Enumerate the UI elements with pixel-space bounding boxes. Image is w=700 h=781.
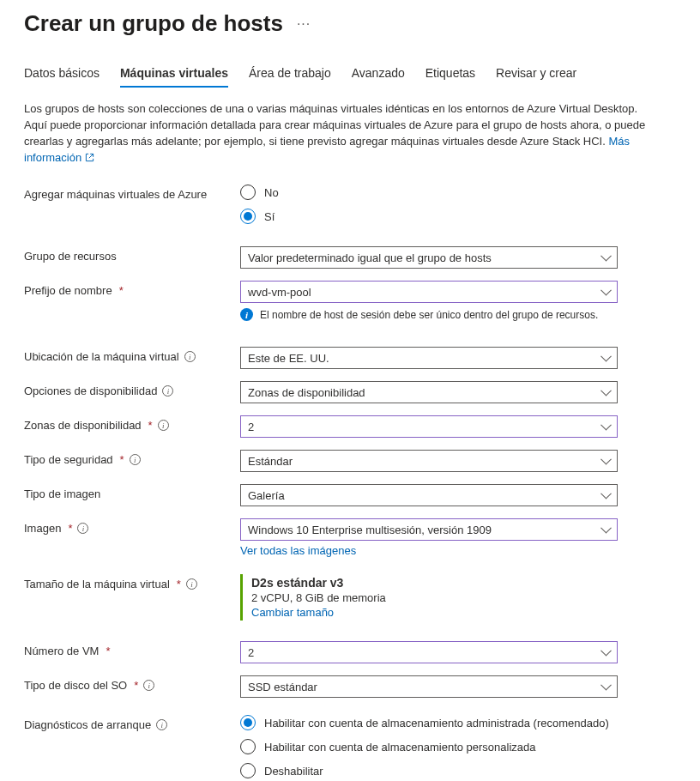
row-vm-size: Tamaño de la máquina virtual* i D2s está…: [24, 574, 676, 621]
tooltip-icon[interactable]: i: [130, 454, 141, 465]
select-vm-location[interactable]: Este de EE. UU.: [240, 347, 618, 369]
tab-workspace[interactable]: Área de trabajo: [249, 61, 331, 87]
tab-basics[interactable]: Datos básicos: [24, 61, 100, 87]
select-availability-options[interactable]: Zonas de disponibilidad: [240, 381, 618, 403]
tab-tags[interactable]: Etiquetas: [425, 61, 475, 87]
tab-advanced[interactable]: Avanzado: [352, 61, 405, 87]
row-availability-options: Opciones de disponibilidad i Zonas de di…: [24, 381, 676, 403]
radio-icon: [240, 739, 256, 754]
vm-size-summary: D2s estándar v3 2 vCPU, 8 GiB de memoria…: [240, 574, 618, 621]
row-resource-group: Grupo de recursos Valor predeterminado i…: [24, 246, 676, 269]
tab-virtual-machines[interactable]: Máquinas virtuales: [120, 61, 228, 87]
radio-boot-diag-disable[interactable]: Deshabilitar: [240, 763, 618, 778]
page-header: Crear un grupo de hosts ···: [24, 10, 676, 37]
vm-size-name: D2s estándar v3: [251, 576, 618, 590]
row-vm-location: Ubicación de la máquina virtual i Este d…: [24, 347, 676, 369]
select-image[interactable]: Windows 10 Enterprise multisesión, versi…: [240, 518, 618, 541]
input-name-prefix[interactable]: wvd-vm-pool: [240, 281, 618, 303]
label-image: Imagen* i: [24, 518, 240, 535]
label-resource-group: Grupo de recursos: [24, 246, 240, 263]
tooltip-icon[interactable]: i: [158, 420, 169, 431]
radio-icon: [240, 715, 256, 730]
row-add-azure-vms: Agregar máquinas virtuales de Azure No S…: [24, 185, 676, 224]
select-os-disk-type[interactable]: SSD estándar: [240, 675, 618, 698]
label-availability-zones: Zonas de disponibilidad* i: [24, 415, 240, 432]
select-image-type[interactable]: Galería: [240, 484, 618, 506]
label-name-prefix: Prefijo de nombre*: [24, 281, 240, 297]
radio-icon: [240, 185, 256, 200]
radio-add-vms-no[interactable]: No: [240, 185, 618, 200]
tooltip-icon[interactable]: i: [186, 578, 197, 590]
radio-group-add-vms: No Sí: [240, 185, 618, 224]
see-all-images-link[interactable]: Ver todas las imágenes: [240, 544, 356, 557]
radio-label-no: No: [264, 186, 279, 199]
row-image-type: Tipo de imagen Galería: [24, 484, 676, 506]
label-image-type: Tipo de imagen: [24, 484, 240, 500]
label-availability-options: Opciones de disponibilidad i: [24, 381, 240, 397]
tab-review-create[interactable]: Revisar y crear: [496, 61, 576, 87]
info-icon: i: [240, 308, 253, 321]
change-size-link[interactable]: Cambiar tamaño: [251, 606, 334, 619]
tooltip-icon[interactable]: i: [143, 680, 154, 691]
label-vm-count: Número de VM*: [24, 641, 240, 657]
description-text: Los grupos de hosts son colecciones de u…: [24, 102, 645, 148]
radio-label: Deshabilitar: [264, 765, 323, 778]
radio-add-vms-yes[interactable]: Sí: [240, 209, 618, 224]
label-vm-size: Tamaño de la máquina virtual* i: [24, 574, 240, 590]
tooltip-icon[interactable]: i: [77, 523, 88, 534]
row-image: Imagen* i Windows 10 Enterprise multises…: [24, 518, 676, 557]
vm-size-specs: 2 vCPU, 8 GiB de memoria: [251, 591, 618, 604]
radio-icon: [240, 209, 256, 224]
tab-bar: Datos básicos Máquinas virtuales Área de…: [24, 61, 676, 88]
tab-description: Los grupos de hosts son colecciones de u…: [24, 101, 659, 166]
radio-boot-diag-managed[interactable]: Habilitar con cuenta de almacenamiento a…: [240, 715, 618, 730]
page-title: Crear un grupo de hosts: [24, 10, 283, 37]
row-os-disk-type: Tipo de disco del SO* i SSD estándar: [24, 675, 676, 698]
tooltip-icon[interactable]: i: [162, 385, 173, 397]
row-security-type: Tipo de seguridad* i Estándar: [24, 450, 676, 472]
input-vm-count[interactable]: 2: [240, 641, 618, 663]
radio-boot-diag-custom[interactable]: Habilitar con cuenta de almacenamiento p…: [240, 739, 618, 754]
label-os-disk-type: Tipo de disco del SO* i: [24, 675, 240, 692]
radio-label-yes: Sí: [264, 210, 275, 223]
label-boot-diagnostics: Diagnósticos de arranque i: [24, 715, 240, 731]
row-availability-zones: Zonas de disponibilidad* i 2: [24, 415, 676, 438]
radio-label: Habilitar con cuenta de almacenamiento p…: [264, 741, 536, 754]
name-prefix-note: i El nombre de host de sesión debe ser ú…: [240, 308, 618, 321]
select-resource-group[interactable]: Valor predeterminado igual que el grupo …: [240, 246, 618, 269]
select-availability-zones[interactable]: 2: [240, 415, 618, 438]
radio-group-boot-diag: Habilitar con cuenta de almacenamiento a…: [240, 715, 618, 778]
row-vm-count: Número de VM* 2: [24, 641, 676, 663]
more-options-icon[interactable]: ···: [297, 16, 311, 32]
tooltip-icon[interactable]: i: [184, 351, 196, 362]
row-name-prefix: Prefijo de nombre* wvd-vm-pool i El nomb…: [24, 281, 676, 321]
external-link-icon: [85, 151, 94, 167]
select-security-type[interactable]: Estándar: [240, 450, 618, 472]
label-security-type: Tipo de seguridad* i: [24, 450, 240, 466]
label-vm-location: Ubicación de la máquina virtual i: [24, 347, 240, 363]
tooltip-icon[interactable]: i: [156, 719, 167, 730]
radio-label: Habilitar con cuenta de almacenamiento a…: [264, 717, 609, 730]
row-boot-diagnostics: Diagnósticos de arranque i Habilitar con…: [24, 715, 676, 778]
radio-icon: [240, 763, 256, 778]
label-add-azure-vms: Agregar máquinas virtuales de Azure: [24, 185, 240, 201]
